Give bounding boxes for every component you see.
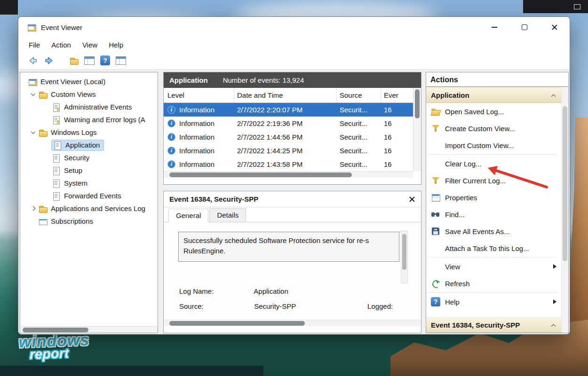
subscriptions-icon xyxy=(38,217,48,226)
list-vertical-scrollbar[interactable] xyxy=(413,88,421,171)
shoreline xyxy=(0,366,263,376)
forward-icon[interactable] xyxy=(44,55,55,66)
tree-item-warning-error-logs[interactable]: Warning and Error logs (A xyxy=(20,113,158,126)
action-view[interactable]: View xyxy=(426,258,561,275)
details-vertical-scrollbar[interactable] xyxy=(401,231,408,283)
scrollbar-thumb[interactable] xyxy=(169,172,352,177)
action-clear-log[interactable]: Clear Log... xyxy=(426,155,561,172)
find-icon xyxy=(431,210,440,219)
event-row[interactable]: Information 2/7/2022 1:44:56 PM Securit.… xyxy=(164,130,413,144)
scrollbar-thumb[interactable] xyxy=(402,234,406,270)
tree-item-applications-services-logs[interactable]: Applications and Services Log xyxy=(20,202,158,215)
tree-horizontal-scrollbar[interactable] xyxy=(20,326,158,333)
actions-section-event[interactable]: Event 16384, Security-SPP xyxy=(426,317,561,333)
event-message[interactable]: Successfully scheduled Software Protecti… xyxy=(178,232,399,262)
actions-vertical-scrollbar[interactable] xyxy=(561,87,568,333)
event-viewer-window: Event Viewer File Action View Help xyxy=(18,16,570,335)
column-header-date[interactable]: Date and Time xyxy=(234,88,337,102)
action-open-saved-log[interactable]: Open Saved Log... xyxy=(426,103,561,120)
folder-icon xyxy=(38,128,48,137)
event-rows: Information 2/7/2022 2:20:07 PM Securit.… xyxy=(164,103,413,171)
action-find[interactable]: Find... xyxy=(426,206,561,223)
information-icon xyxy=(167,119,175,127)
window-body: Event Viewer (Local) Custom Views Admini… xyxy=(18,70,570,334)
tab-details[interactable]: Details xyxy=(209,208,246,222)
details-horizontal-scrollbar[interactable] xyxy=(164,320,421,326)
filter-icon xyxy=(431,176,440,185)
menu-help[interactable]: Help xyxy=(103,39,129,50)
tree-item-subscriptions[interactable]: Subscriptions xyxy=(20,215,158,227)
chevron-up-icon xyxy=(551,94,556,99)
maximize-button[interactable] xyxy=(509,17,540,38)
background-window-fragment xyxy=(0,0,18,15)
actions-section-application[interactable]: Application xyxy=(426,87,561,103)
windows-report-watermark: windows report xyxy=(18,331,90,361)
action-refresh[interactable]: Refresh xyxy=(426,275,561,292)
actions-content: Application Open Saved Log... Create Cus… xyxy=(426,87,561,333)
minimize-button[interactable] xyxy=(479,17,509,38)
menu-view[interactable]: View xyxy=(77,39,103,50)
tree-item-administrative-events[interactable]: Administrative Events xyxy=(20,101,158,113)
help-icon xyxy=(431,297,440,306)
tree-item-system[interactable]: System xyxy=(20,177,158,189)
action-filter-current-log[interactable]: Filter Current Log... xyxy=(426,172,561,189)
actions-title: Actions xyxy=(426,72,568,87)
tree-item-event-viewer-local[interactable]: Event Viewer (Local) xyxy=(20,75,158,88)
back-icon[interactable] xyxy=(27,55,38,66)
window-title: Event Viewer xyxy=(41,24,82,31)
chevron-right-icon[interactable] xyxy=(28,207,38,210)
console-tree-icon[interactable] xyxy=(84,56,95,65)
column-header-source[interactable]: Source xyxy=(337,88,381,102)
action-save-all-events-as[interactable]: Save All Events As... xyxy=(426,223,561,240)
actions-pane: Actions Application Open Saved Log... Cr… xyxy=(426,72,569,333)
custom-view-icon xyxy=(51,115,61,125)
column-header-level[interactable]: Level xyxy=(164,88,234,102)
scrollbar-thumb[interactable] xyxy=(23,328,88,332)
actions-separator xyxy=(428,257,557,258)
tree-item-security[interactable]: Security xyxy=(20,151,158,164)
icon-spacer xyxy=(431,159,440,168)
column-headers: Level Date and Time Source Ever xyxy=(164,88,413,103)
event-row[interactable]: Information 2/7/2022 1:44:25 PM Securit.… xyxy=(164,144,413,157)
event-row[interactable]: Information 2/7/2022 2:19:36 PM Securit.… xyxy=(164,117,413,130)
export-icon[interactable] xyxy=(69,56,79,65)
event-row[interactable]: Information 2/7/2022 2:20:07 PM Securit.… xyxy=(164,103,413,117)
action-import-custom-view[interactable]: Import Custom View... xyxy=(426,137,561,154)
tree-item-application[interactable]: Application xyxy=(20,139,158,151)
event-row[interactable]: Information 2/7/2022 1:43:58 PM Securit.… xyxy=(164,157,413,171)
action-create-custom-view[interactable]: Create Custom View... xyxy=(426,120,561,137)
event-count: Number of events: 13,924 xyxy=(223,76,304,84)
event-log-icon xyxy=(53,141,62,150)
title-bar[interactable]: Event Viewer xyxy=(18,17,570,38)
information-icon xyxy=(167,160,175,168)
tab-general[interactable]: General xyxy=(168,209,208,222)
event-message-line: RulesEngine. xyxy=(183,246,394,256)
create-custom-view-icon xyxy=(431,124,440,133)
action-attach-task[interactable]: Attach a Task To this Log... xyxy=(426,240,561,257)
scrollbar-thumb[interactable] xyxy=(169,321,305,326)
tree-item-forwarded-events[interactable]: Forwarded Events xyxy=(20,189,158,202)
icon-spacer xyxy=(431,262,440,271)
action-help[interactable]: Help xyxy=(426,293,561,310)
chevron-down-icon[interactable] xyxy=(28,93,38,96)
column-header-event-id[interactable]: Ever xyxy=(381,88,413,102)
tree-item-setup[interactable]: Setup xyxy=(20,164,158,177)
information-icon xyxy=(167,106,175,114)
event-log-icon xyxy=(51,153,61,163)
action-properties[interactable]: Properties xyxy=(426,189,561,206)
menu-file[interactable]: File xyxy=(23,39,46,50)
close-button[interactable] xyxy=(540,17,570,38)
properties-icon xyxy=(431,193,440,202)
scrollbar-thumb[interactable] xyxy=(415,89,420,118)
list-horizontal-scrollbar[interactable] xyxy=(164,171,413,178)
scrollbar-thumb[interactable] xyxy=(563,106,567,261)
menu-action[interactable]: Action xyxy=(46,39,77,50)
chevron-down-icon[interactable] xyxy=(28,131,38,134)
action-pane-icon[interactable] xyxy=(116,56,126,65)
close-details-icon[interactable] xyxy=(409,196,415,203)
folder-icon xyxy=(38,204,48,213)
help-icon[interactable] xyxy=(100,55,110,65)
tree-item-windows-logs[interactable]: Windows Logs xyxy=(20,126,158,139)
tree-item-custom-views[interactable]: Custom Views xyxy=(20,88,158,101)
submenu-arrow-icon xyxy=(553,264,556,269)
